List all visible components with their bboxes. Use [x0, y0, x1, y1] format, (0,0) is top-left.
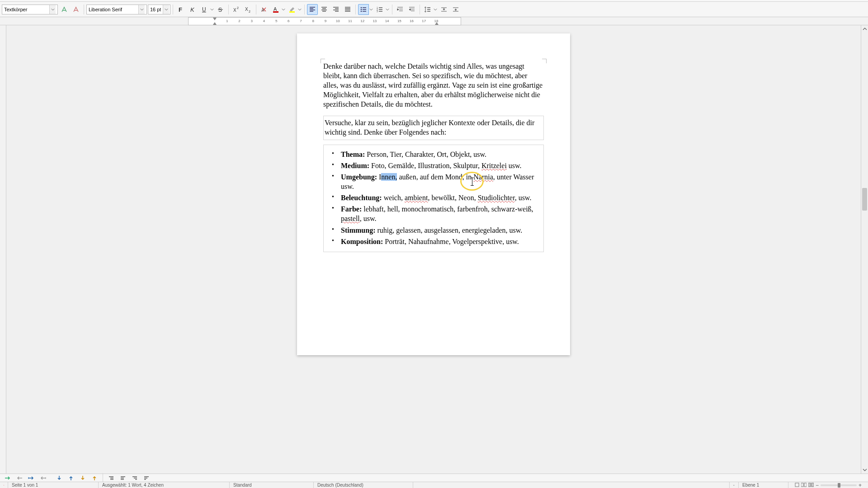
scroll-up-button[interactable]: [861, 25, 868, 33]
highlight-color-button[interactable]: [287, 4, 297, 15]
bold-button[interactable]: F: [175, 4, 186, 15]
italic-button[interactable]: K: [187, 4, 198, 15]
list-item[interactable]: Umgebung: Innen, außen, auf dem Mond, in…: [335, 172, 542, 191]
page-margin-corner: [542, 59, 547, 63]
align-center-button[interactable]: [319, 4, 330, 15]
move-up-alt-button[interactable]: [90, 474, 99, 482]
status-bar: Seite 1 von 1 Ausgewählt: 1 Wort, 4 Zeic…: [0, 482, 868, 488]
bullet-list-button[interactable]: [358, 4, 369, 15]
move-down-button[interactable]: [54, 474, 64, 482]
paragraph[interactable]: Denke darüber nach, welche Details wicht…: [323, 61, 544, 109]
svg-text:F: F: [179, 6, 182, 13]
svg-text:X: X: [245, 7, 248, 12]
page[interactable]: Denke darüber nach, welche Details wicht…: [297, 33, 570, 355]
vertical-ruler[interactable]: [0, 25, 6, 474]
first-line-indent-marker[interactable]: [213, 18, 217, 20]
increase-para-spacing-button[interactable]: [439, 4, 449, 15]
line-spacing-dropdown[interactable]: [433, 4, 438, 15]
status-zoom-label[interactable]: Ebene 1: [739, 482, 788, 488]
paragraph-style-combo[interactable]: [2, 5, 58, 14]
list-item-label: Farbe:: [341, 205, 362, 213]
numbered-list-dropdown[interactable]: [385, 4, 390, 15]
increase-indent-button[interactable]: [395, 4, 406, 15]
left-indent-marker[interactable]: [213, 22, 217, 25]
scrollbar-thumb[interactable]: [862, 188, 867, 211]
horizontal-ruler[interactable]: 123456789101112131415161718: [188, 17, 461, 25]
ruler-number: 5: [275, 19, 277, 23]
list-item[interactable]: Komposition: Porträt, Nahaufnahme, Vogel…: [335, 237, 542, 246]
view-book-icon[interactable]: [808, 483, 814, 488]
paragraph[interactable]: Versuche, klar zu sein, bezüglich jeglic…: [325, 118, 541, 137]
demote-all-button[interactable]: [142, 474, 151, 482]
status-language[interactable]: Deutsch (Deutschland): [314, 482, 413, 488]
align-right-button[interactable]: [330, 4, 341, 15]
zoom-in-button[interactable]: +: [859, 482, 862, 488]
svg-rect-12: [289, 11, 295, 13]
zoom-slider[interactable]: [821, 484, 857, 486]
zoom-slider-thumb[interactable]: [838, 483, 840, 488]
highlight-color-dropdown[interactable]: [297, 4, 302, 15]
svg-rect-19: [4, 485, 4, 485]
ruler-number: 3: [250, 19, 252, 23]
font-name-combo[interactable]: [86, 5, 147, 14]
status-selection[interactable]: Ausgewählt: 1 Wort, 4 Zeichen: [99, 482, 230, 488]
decrease-para-spacing-button[interactable]: [450, 4, 461, 15]
status-page-style[interactable]: Standard: [230, 482, 314, 488]
move-down-alt-button[interactable]: [78, 474, 88, 482]
ruler-number: 9: [325, 19, 326, 23]
scroll-down-button[interactable]: [861, 466, 868, 474]
svg-text:2: 2: [249, 10, 250, 13]
font-color-dropdown[interactable]: [281, 4, 286, 15]
demote-button[interactable]: [118, 474, 128, 482]
list-item[interactable]: Farbe: lebhaft, hell, monochromatisch, f…: [335, 204, 542, 223]
decrease-indent-button[interactable]: [406, 4, 417, 15]
nav-prev-button[interactable]: [14, 474, 24, 482]
insert-mode-indicator[interactable]: [730, 482, 739, 488]
list-item[interactable]: Stimmung: ruhig, gelassen, ausgelassen, …: [335, 225, 542, 235]
underline-dropdown[interactable]: [210, 4, 214, 15]
chevron-down-icon[interactable]: [163, 5, 169, 14]
list-item[interactable]: Medium: Foto, Gemälde, Illustration, Sku…: [335, 161, 542, 170]
svg-rect-21: [795, 483, 799, 487]
font-size-combo[interactable]: [148, 5, 170, 14]
new-style-button[interactable]: [71, 4, 81, 15]
strikethrough-button[interactable]: S: [215, 4, 226, 15]
underline-button[interactable]: U: [199, 4, 210, 15]
move-up-button[interactable]: [66, 474, 76, 482]
ruler-number: 1: [226, 19, 228, 23]
list-item-label: Stimmung:: [341, 226, 375, 234]
zoom-out-button[interactable]: −: [816, 482, 819, 488]
font-size-input[interactable]: [148, 5, 163, 14]
superscript-button[interactable]: X2: [231, 4, 242, 15]
view-single-icon[interactable]: [795, 483, 799, 488]
ruler-number: 15: [397, 19, 401, 23]
nav-prev-change-button[interactable]: [38, 474, 48, 482]
save-status-icon[interactable]: [0, 482, 8, 488]
font-color-button[interactable]: A: [270, 4, 281, 15]
ruler-number: 16: [410, 19, 414, 23]
list-item[interactable]: Thema: Person, Tier, Charakter, Ort, Obj…: [335, 150, 542, 159]
promote-all-button[interactable]: [130, 474, 140, 482]
line-spacing-button[interactable]: [422, 4, 433, 15]
nav-next-button[interactable]: [3, 474, 13, 482]
svg-text:K: K: [190, 6, 195, 13]
subscript-button[interactable]: X2: [243, 4, 254, 15]
chevron-down-icon[interactable]: [138, 5, 145, 14]
list-item-label: Thema:: [341, 150, 365, 158]
chevron-down-icon[interactable]: [49, 5, 56, 14]
view-multi-icon[interactable]: [801, 483, 807, 488]
clear-formatting-button[interactable]: A: [259, 4, 269, 15]
font-name-input[interactable]: [87, 5, 138, 14]
promote-button[interactable]: [106, 474, 116, 482]
update-style-button[interactable]: [59, 4, 70, 15]
nav-next-change-button[interactable]: [26, 474, 36, 482]
bullet-list-dropdown[interactable]: [369, 4, 373, 15]
vertical-scrollbar[interactable]: [861, 25, 868, 474]
document-area[interactable]: Denke darüber nach, welche Details wicht…: [6, 25, 861, 474]
align-justify-button[interactable]: [342, 4, 353, 15]
numbered-list-button[interactable]: 123: [374, 4, 385, 15]
align-left-button[interactable]: [307, 4, 318, 15]
status-page[interactable]: Seite 1 von 1: [8, 482, 99, 488]
paragraph-style-input[interactable]: [2, 5, 49, 14]
list-item[interactable]: Beleuchtung: weich, ambient, bewölkt, Ne…: [335, 193, 542, 202]
